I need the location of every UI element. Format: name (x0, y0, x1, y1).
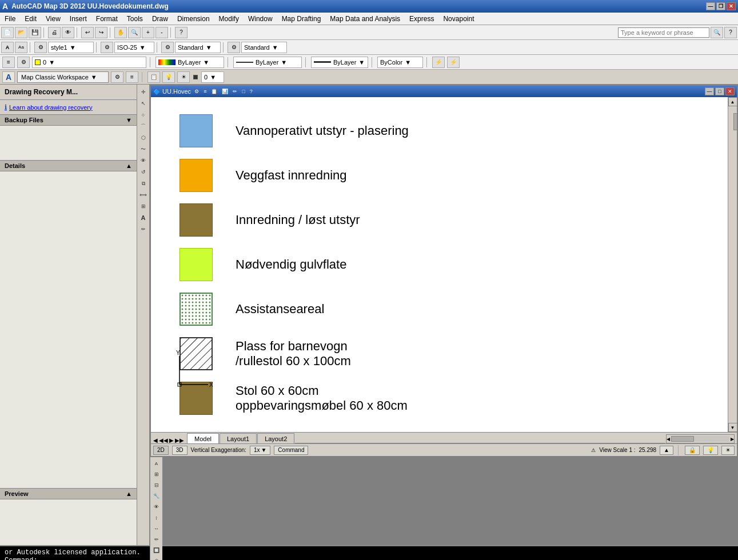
vert-exag-dropdown[interactable]: 1x ▼ (250, 446, 270, 455)
iso-dropdown[interactable]: ISO-25 ▼ (114, 42, 154, 53)
dw-tool-icon7[interactable]: ? (249, 89, 254, 94)
drawing-close-btn[interactable]: ✕ (725, 87, 735, 95)
grid-tool-btn[interactable]: ⊞ (138, 201, 149, 211)
panel-info[interactable]: ℹ Learn about drawing recovery (0, 100, 137, 114)
menu-map-data[interactable]: Map Data and Analysis (325, 14, 405, 24)
rt-tool5-btn[interactable]: 👁 (151, 502, 162, 512)
hscroll-track[interactable] (671, 436, 729, 442)
scroll-down-btn[interactable]: ▼ (728, 423, 737, 432)
rt-tool9-btn[interactable]: 🔲 (151, 545, 162, 555)
rt-tool2-btn[interactable]: ⊞ (151, 469, 162, 479)
mirror-tool-btn[interactable]: ⟺ (138, 190, 149, 200)
standard2-dropdown[interactable]: Standard ▼ (241, 42, 287, 53)
drawing-minimize-btn[interactable]: — (705, 87, 714, 95)
layer-manager-btn[interactable]: ≡ (2, 57, 15, 68)
mode-3d-btn[interactable]: 3D (172, 446, 188, 455)
select-tool-btn[interactable]: ↖ (138, 98, 149, 109)
tab-layout1[interactable]: Layout1 (220, 433, 257, 443)
style-settings-btn[interactable]: ⚙ (34, 42, 47, 53)
view-scale-up-btn[interactable]: ▲ (660, 446, 673, 455)
tab-layout2[interactable]: Layout2 (257, 433, 294, 443)
pencil-tool-btn[interactable]: ✏ (138, 224, 149, 234)
text-tool-btn[interactable]: A (138, 213, 149, 223)
menu-tools[interactable]: Tools (122, 14, 147, 24)
ws-icon-btn[interactable]: A (2, 71, 15, 83)
tab-last-btn[interactable]: ▶▶ (175, 437, 184, 443)
menu-modify[interactable]: Modify (214, 14, 244, 24)
menu-map-drafting[interactable]: Map Drafting (277, 14, 326, 24)
zoom-button[interactable]: 🔍 (128, 27, 141, 38)
extra-tools2-btn[interactable]: ⚡ (447, 57, 460, 68)
layer-dropdown[interactable]: 0 ▼ (32, 57, 146, 68)
new-button[interactable]: 📄 (1, 27, 14, 38)
menu-format[interactable]: Format (91, 14, 122, 24)
print-button[interactable]: 🖨 (48, 27, 61, 38)
copy-tool-btn[interactable]: ⧉ (138, 178, 149, 189)
rt-tool7-btn[interactable]: ↔ (151, 523, 162, 534)
info-link-text[interactable]: Learn about drawing recovery (9, 104, 93, 111)
light-btn[interactable]: 💡 (703, 446, 718, 455)
zoom-in-button[interactable]: + (142, 27, 154, 38)
dw-tool-icon5[interactable]: ✏ (232, 89, 238, 94)
help-button[interactable]: ? (175, 27, 188, 38)
arc-tool-btn[interactable]: ⌒ (138, 121, 149, 131)
eye-tool-btn[interactable]: 👁 (138, 155, 149, 166)
dw-tool-icon3[interactable]: 📋 (210, 89, 218, 94)
details-section[interactable]: Details ▲ (0, 160, 137, 171)
pan-button[interactable]: ✋ (114, 27, 127, 38)
poly-tool-btn[interactable]: ⬡ (138, 133, 149, 143)
rt-tool4-btn[interactable]: 🔧 (151, 491, 162, 501)
circle-tool-btn[interactable]: ○ (138, 110, 149, 120)
rt-tool3-btn[interactable]: ⊟ (151, 480, 162, 490)
dw-tool-icon6[interactable]: □ (241, 89, 246, 94)
drawing-canvas[interactable]: Vannoperativt utstyr - plasering Veggfas… (151, 97, 728, 432)
workspace-settings-btn[interactable]: ⚙ (111, 71, 123, 83)
hscroll-thumb[interactable] (671, 436, 694, 442)
undo-button[interactable]: ↩ (81, 27, 94, 38)
iso-settings-btn[interactable]: ⚙ (101, 42, 113, 53)
preview-button[interactable]: 👁 (62, 27, 74, 38)
tab-first-btn[interactable]: ◀◀ (159, 437, 168, 443)
menu-window[interactable]: Window (244, 14, 277, 24)
draw-btn2[interactable]: Aa (15, 42, 27, 53)
rotate-tool-btn[interactable]: ↺ (138, 167, 149, 177)
ws-light-btn[interactable]: 💡 (162, 71, 175, 83)
tab-prev-btn[interactable]: ◀ (153, 437, 158, 443)
menu-express[interactable]: Express (405, 14, 438, 24)
zoom-out-button[interactable]: - (155, 27, 168, 38)
extra-tools-btn[interactable]: ⚡ (432, 57, 445, 68)
rt-tool6-btn[interactable]: ↕ (151, 513, 162, 523)
standard-dropdown[interactable]: Standard ▼ (175, 42, 221, 53)
redo-button[interactable]: ↪ (95, 27, 107, 38)
rt-tool8-btn[interactable]: ✏ (151, 534, 162, 545)
tab-model[interactable]: Model (187, 433, 219, 443)
dw-tool-icon4[interactable]: 📊 (221, 89, 229, 94)
draw-btn1[interactable]: A (1, 42, 14, 53)
hscroll-right-btn[interactable]: ▶ (731, 437, 734, 442)
dw-tool-icon1[interactable]: ⚙ (193, 89, 200, 94)
menu-file[interactable]: File (0, 14, 20, 24)
lineweight-dropdown[interactable]: ByLayer ▼ (311, 57, 368, 68)
workspace-extra-btn[interactable]: ≡ (126, 71, 138, 83)
dw-tool-icon2[interactable]: ≡ (202, 89, 208, 94)
help2-button[interactable]: ? (724, 27, 737, 38)
plotstyle-dropdown[interactable]: ByColor ▼ (377, 57, 423, 68)
workspace-dropdown[interactable]: Map Classic Workspace ▼ (17, 71, 109, 83)
style-dropdown[interactable]: style1 ▼ (48, 42, 94, 53)
preview-section-header[interactable]: Preview ▲ (0, 488, 137, 499)
scroll-up-btn[interactable]: ▲ (728, 97, 737, 106)
rt-tool1-btn[interactable]: A (151, 458, 162, 469)
horizontal-scrollbar[interactable]: ◀ ▶ (666, 434, 735, 443)
ws-layer-btn[interactable]: 📋 (147, 71, 160, 83)
rt-tool10-btn[interactable]: ⬡ (151, 556, 162, 560)
menu-dimension[interactable]: Dimension (173, 14, 214, 24)
menu-novapoint[interactable]: Novapoint (438, 14, 478, 24)
search-input[interactable] (618, 27, 709, 38)
menu-edit[interactable]: Edit (20, 14, 41, 24)
ws-sun-btn[interactable]: ☀ (177, 71, 190, 83)
sun-btn[interactable]: ☀ (721, 446, 735, 455)
menu-view[interactable]: View (41, 14, 65, 24)
hscroll-left-btn[interactable]: ◀ (667, 437, 670, 442)
layer-settings-btn[interactable]: ⚙ (17, 57, 30, 68)
scroll-thumb[interactable] (733, 113, 737, 130)
